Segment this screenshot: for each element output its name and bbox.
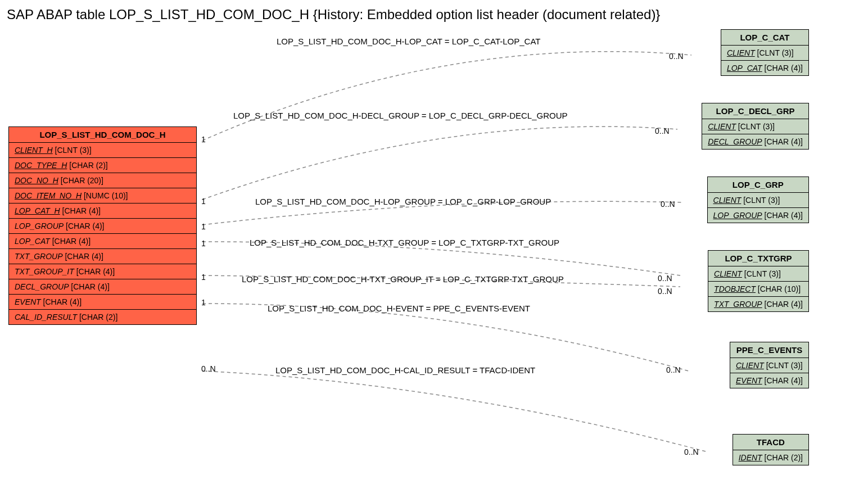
table-row: CAL_ID_RESULT [CHAR (2)] (9, 310, 196, 324)
table-row: CLIENT [CLNT (3)] (708, 266, 808, 282)
relation-label: LOP_S_LIST_HD_COM_DOC_H-LOP_GROUP = LOP_… (255, 197, 551, 206)
cardinality-right: 0..N (655, 126, 670, 135)
entity-lop-c-grp: LOP_C_GRP CLIENT [CLNT (3)] LOP_GROUP [C… (707, 177, 809, 223)
entity-main-header: LOP_S_LIST_HD_COM_DOC_H (9, 127, 196, 143)
table-row: CLIENT [CLNT (3)] (702, 119, 808, 134)
table-row: LOP_CAT_H [CHAR (4)] (9, 203, 196, 219)
relation-label: LOP_S_LIST_HD_COM_DOC_H-LOP_CAT = LOP_C_… (277, 37, 540, 46)
cardinality-right: 0..N (658, 287, 672, 296)
table-row: LOP_GROUP [CHAR (4)] (9, 219, 196, 234)
entity-header: LOP_C_GRP (708, 177, 808, 193)
table-row: LOP_CAT [CHAR (4)] (721, 61, 808, 75)
entity-header: PPE_C_EVENTS (730, 342, 808, 358)
cardinality-right: 0..N (669, 52, 684, 61)
entity-header: LOP_C_TXTGRP (708, 251, 808, 266)
table-row: DECL_GROUP [CHAR (4)] (702, 134, 808, 149)
table-row: CLIENT [CLNT (3)] (730, 358, 808, 373)
cardinality-left: 1 (201, 135, 206, 144)
entity-main: LOP_S_LIST_HD_COM_DOC_H CLIENT_H [CLNT (… (8, 126, 197, 325)
table-row: DECL_GROUP [CHAR (4)] (9, 279, 196, 295)
cardinality-left: 1 (201, 298, 206, 307)
table-row: TXT_GROUP [CHAR (4)] (9, 249, 196, 264)
cardinality-left: 1 (201, 273, 206, 282)
table-row: CLIENT_H [CLNT (3)] (9, 143, 196, 158)
relation-label: LOP_S_LIST_HD_COM_DOC_H-EVENT = PPE_C_EV… (268, 304, 530, 313)
table-row: TXT_GROUP_IT [CHAR (4)] (9, 264, 196, 279)
entity-header: LOP_C_DECL_GRP (702, 103, 808, 119)
cardinality-left: 1 (201, 197, 206, 206)
cardinality-left: 1 (201, 239, 206, 248)
entity-tfacd: TFACD IDENT [CHAR (2)] (733, 434, 809, 465)
table-row: DOC_TYPE_H [CHAR (2)] (9, 158, 196, 173)
table-row: DOC_ITEM_NO_H [NUMC (10)] (9, 188, 196, 203)
table-row: TXT_GROUP [CHAR (4)] (708, 297, 808, 311)
cardinality-right: 0..N (661, 200, 675, 209)
cardinality-right: 0..N (684, 447, 699, 456)
cardinality-left: 1 (201, 222, 206, 231)
entity-lop-c-decl-grp: LOP_C_DECL_GRP CLIENT [CLNT (3)] DECL_GR… (702, 103, 809, 150)
entity-lop-c-txtgrp: LOP_C_TXTGRP CLIENT [CLNT (3)] TDOBJECT … (708, 250, 809, 312)
entity-ppe-c-events: PPE_C_EVENTS CLIENT [CLNT (3)] EVENT [CH… (730, 342, 809, 388)
cardinality-right: 0..N (658, 274, 672, 283)
relation-label: LOP_S_LIST_HD_COM_DOC_H-DECL_GROUP = LOP… (233, 111, 568, 120)
entity-header: TFACD (733, 435, 808, 450)
table-row: LOP_CAT [CHAR (4)] (9, 234, 196, 249)
table-row: CLIENT [CLNT (3)] (721, 46, 808, 61)
table-row: EVENT [CHAR (4)] (9, 295, 196, 310)
cardinality-left: 0..N (201, 364, 216, 373)
table-row: EVENT [CHAR (4)] (730, 373, 808, 388)
table-row: DOC_NO_H [CHAR (20)] (9, 173, 196, 188)
cardinality-right: 0..N (666, 365, 681, 374)
table-row: LOP_GROUP [CHAR (4)] (708, 208, 808, 223)
relation-label: LOP_S_LIST_HD_COM_DOC_H-CAL_ID_RESULT = … (275, 365, 535, 375)
page-title: SAP ABAP table LOP_S_LIST_HD_COM_DOC_H {… (7, 7, 660, 22)
relation-label: LOP_S_LIST_HD_COM_DOC_H-TXT_GROUP_IT = L… (242, 274, 564, 284)
entity-header: LOP_C_CAT (721, 30, 808, 46)
table-row: TDOBJECT [CHAR (10)] (708, 282, 808, 297)
relation-label: LOP_S_LIST_HD_COM_DOC_H-TXT_GROUP = LOP_… (250, 238, 559, 247)
entity-lop-c-cat: LOP_C_CAT CLIENT [CLNT (3)] LOP_CAT [CHA… (721, 29, 809, 76)
table-row: CLIENT [CLNT (3)] (708, 193, 808, 208)
table-row: IDENT [CHAR (2)] (733, 450, 808, 465)
